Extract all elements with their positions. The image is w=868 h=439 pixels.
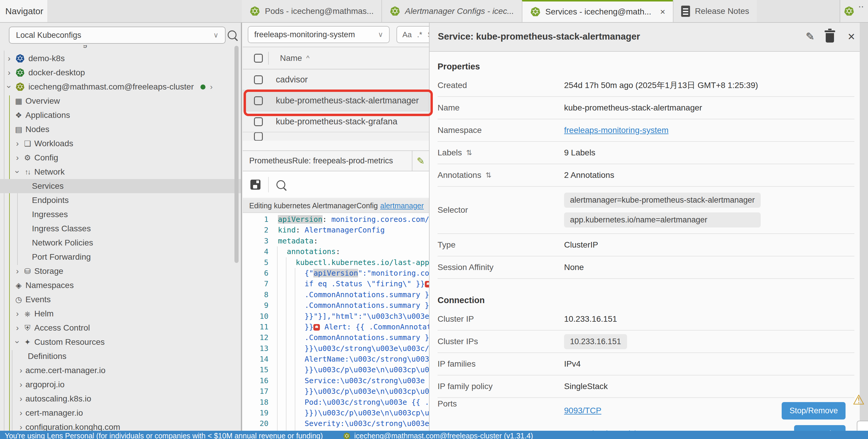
- tab-1[interactable]: Alertmanager Configs - icec...: [381, 0, 522, 22]
- chevron-right-icon[interactable]: ›: [17, 423, 25, 431]
- sidebar-item-network[interactable]: ›↑↓Network: [0, 165, 242, 179]
- namespace-select[interactable]: freeleaps-monitoring-system ∨: [248, 26, 390, 43]
- editor-line-6[interactable]: 6 {"apiVersion":"monitoring.core: [243, 268, 429, 279]
- editor-line-11[interactable]: 11 }} Alert: {{ .CommonAnnotati: [243, 322, 429, 332]
- edit-icon[interactable]: ✎: [806, 30, 814, 43]
- sidebar-item-namespaces[interactable]: ◈Namespaces: [0, 278, 242, 293]
- editor-line-13[interactable]: 13 }}\u003c/strong\u003e\u003c/h3: [243, 343, 429, 354]
- save-icon[interactable]: [250, 180, 260, 190]
- chevron-right-icon[interactable]: ›: [5, 68, 13, 77]
- sidebar-item-events[interactable]: ◷Events: [0, 293, 242, 307]
- editor-line-3[interactable]: 3metadata:: [243, 236, 429, 246]
- sidebar-item-definitions[interactable]: Definitions: [0, 349, 242, 363]
- editor-line-8[interactable]: 8 .CommonAnnotations.summary }}-: [243, 290, 429, 300]
- sidebar-item-helm[interactable]: ›⎈Helm: [0, 307, 242, 321]
- editor-line-10[interactable]: 10 }}"}],"html":"\u003ch3\u003e\u: [243, 311, 429, 322]
- chevron-right-icon[interactable]: ›: [13, 139, 22, 148]
- editor-line-9[interactable]: 9 .CommonAnnotations.summary }}-: [243, 300, 429, 311]
- sidebar-item-ingresses[interactable]: Ingresses: [0, 207, 242, 222]
- sidebar-item-port-forwarding[interactable]: Port Forwarding: [0, 250, 242, 264]
- editor-line-20[interactable]: 20 Severity:\u003c/strong\u003e: [243, 418, 429, 429]
- sidebar-item-applications[interactable]: ❖Applications: [0, 108, 242, 122]
- chevron-right-icon[interactable]: ›: [5, 54, 13, 63]
- chevron-down-icon[interactable]: ›: [13, 168, 22, 176]
- chevron-down-icon[interactable]: ›: [4, 82, 14, 91]
- sidebar-scrollbar[interactable]: [235, 46, 239, 263]
- kubeconfig-select[interactable]: Local Kubeconfigs ∨: [9, 27, 225, 44]
- row-checkbox[interactable]: [254, 75, 263, 84]
- chevron-right-icon[interactable]: ›: [13, 309, 22, 318]
- chevron-right-icon[interactable]: ›: [13, 153, 22, 163]
- yaml-editor[interactable]: 1apiVersion: monitoring.coreos.com/v12ki…: [243, 213, 429, 431]
- sidebar-item-workloads[interactable]: ›❏Workloads: [0, 136, 242, 151]
- name-column-header[interactable]: Name: [280, 54, 302, 63]
- sidebar-item-ingress-classes[interactable]: Ingress Classes: [0, 222, 242, 236]
- chevron-right-icon[interactable]: ›: [17, 366, 25, 375]
- tab-2[interactable]: Services - icecheng@math...×: [522, 0, 673, 22]
- close-icon[interactable]: ×: [660, 7, 665, 17]
- match-case-icon[interactable]: Aa: [402, 30, 412, 39]
- port-link[interactable]: 9093/TCP: [564, 406, 601, 415]
- prometheusrule-bar[interactable]: PrometheusRule: freepeals-prod-metrics ✎: [243, 150, 429, 171]
- search-input[interactable]: Aa .* Search...: [397, 26, 429, 43]
- editor-line-4[interactable]: 4 annotations:: [243, 246, 429, 257]
- editor-line-16[interactable]: 16 Service:\u003c/strong\u003e {: [243, 375, 429, 386]
- active-cluster-status[interactable]: icecheng@mathmast.com@freeleaps-cluster …: [343, 432, 533, 439]
- namespace-link[interactable]: freeleaps-monitoring-system: [564, 126, 669, 135]
- delete-icon[interactable]: [826, 33, 834, 42]
- close-icon[interactable]: ×: [847, 30, 855, 44]
- sidebar-item-nodes[interactable]: ▤Nodes: [0, 122, 242, 136]
- editor-line-5[interactable]: 5 kubectl.kubernetes.io/last-appli: [243, 257, 429, 268]
- sidebar-search-button[interactable]: [228, 30, 237, 40]
- search-icon[interactable]: [276, 180, 285, 189]
- forward-button[interactable]: Forward...: [794, 425, 845, 431]
- chevron-down-icon[interactable]: ›: [13, 338, 22, 346]
- sidebar-item-endpoints[interactable]: Endpoints: [0, 193, 242, 207]
- table-row-cadvisor[interactable]: cadvisor: [243, 69, 429, 91]
- editor-line-1[interactable]: 1apiVersion: monitoring.coreos.com/v1: [243, 214, 429, 225]
- warning-icon[interactable]: ⚠: [852, 392, 865, 408]
- alertmanager-config-link[interactable]: alertmanager: [380, 201, 424, 210]
- sidebar-item-acme-cert-manager-io[interactable]: ›acme.cert-manager.io: [0, 363, 242, 377]
- sidebar-item-cert-manager-io[interactable]: ›cert-manager.io: [0, 406, 242, 420]
- chevron-right-icon[interactable]: ›: [17, 380, 25, 390]
- row-checkbox[interactable]: [254, 117, 263, 126]
- sidebar-item-services[interactable]: Services: [0, 179, 242, 193]
- edit-icon[interactable]: ✎: [412, 156, 429, 167]
- sidebar-item-configuration-konghq-com[interactable]: ›configuration.konghq.com: [0, 420, 242, 431]
- editor-line-7[interactable]: 7 if eq .Status \"firing\" }}: [243, 279, 429, 289]
- sidebar-item-overview[interactable]: ▦Overview: [0, 94, 242, 108]
- table-row[interactable]: [243, 132, 429, 141]
- sidebar-item-docker-desktop[interactable]: ›docker-desktop: [0, 66, 242, 80]
- editor-line-12[interactable]: 12 .CommonAnnotations.summary }}-: [243, 332, 429, 343]
- row-checkbox[interactable]: [254, 132, 263, 141]
- sidebar-item-custom-resources[interactable]: ›✦Custom Resources: [0, 335, 242, 349]
- select-all-checkbox[interactable]: [254, 54, 263, 63]
- sidebar-item-argoproj-io[interactable]: ›argoproj.io: [0, 377, 242, 392]
- chevron-right-icon[interactable]: ›: [210, 82, 213, 92]
- editor-line-17[interactable]: 17 }}\u003c/p\u003e\n\u003cp\u003: [243, 386, 429, 397]
- sidebar-item-icecheng-mathmast-com-freeleaps-cluster[interactable]: ›icecheng@mathmast.com@freeleaps-cluster…: [0, 80, 242, 94]
- regex-icon[interactable]: .*: [417, 30, 422, 39]
- editor-line-14[interactable]: 14 AlertName:\u003c/strong\u003e: [243, 354, 429, 365]
- sidebar-item-autoscaling-k8s-io[interactable]: ›autoscaling.k8s.io: [0, 392, 242, 406]
- sidebar-item-storage[interactable]: ›⛁Storage: [0, 264, 242, 278]
- sort-toggle-icon[interactable]: ⇅: [486, 171, 491, 179]
- sidebar-item-demo-k8s[interactable]: ›demo-k8s: [0, 52, 242, 66]
- chevron-right-icon[interactable]: ›: [13, 323, 22, 333]
- stop-remove-button[interactable]: Stop/Remove: [782, 402, 845, 419]
- chevron-right-icon[interactable]: ›: [17, 408, 25, 418]
- sort-toggle-icon[interactable]: ⇅: [466, 148, 472, 157]
- editor-line-18[interactable]: 18 Pod:\u003c/strong\u003e {{ .Co: [243, 397, 429, 408]
- editor-line-19[interactable]: 19 }})\u003c/p\u003e\n\u003cp\u00: [243, 408, 429, 418]
- sort-ascending-icon[interactable]: ^: [306, 54, 310, 62]
- sidebar-item-access-control[interactable]: ›⛨Access Control: [0, 321, 242, 335]
- tab-release-notes[interactable]: Release Notes: [673, 0, 757, 22]
- sidebar-item-config[interactable]: ›⚙Config: [0, 151, 242, 165]
- editor-line-15[interactable]: 15 }}\u003c/p\u003e\n\u003cp\u003: [243, 365, 429, 375]
- tab-0[interactable]: Pods - icecheng@mathmas...: [242, 0, 381, 22]
- chevron-right-icon[interactable]: ›: [13, 267, 22, 276]
- sidebar-item-network-policies[interactable]: Network Policies: [0, 236, 242, 250]
- navigator-panel-tab[interactable]: Navigator: [0, 0, 47, 22]
- chevron-right-icon[interactable]: ›: [17, 394, 25, 404]
